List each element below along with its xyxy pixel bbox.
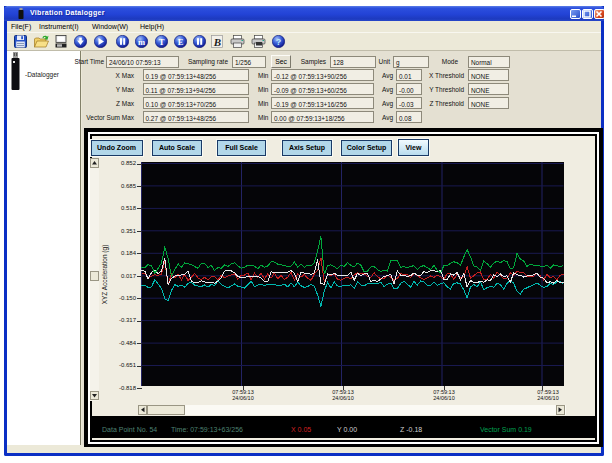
svg-text:m: m bbox=[138, 36, 145, 46]
svg-text:E: E bbox=[178, 36, 184, 46]
svg-text:?: ? bbox=[275, 37, 281, 47]
svg-text:T: T bbox=[158, 36, 164, 46]
svg-text:B: B bbox=[213, 36, 221, 48]
